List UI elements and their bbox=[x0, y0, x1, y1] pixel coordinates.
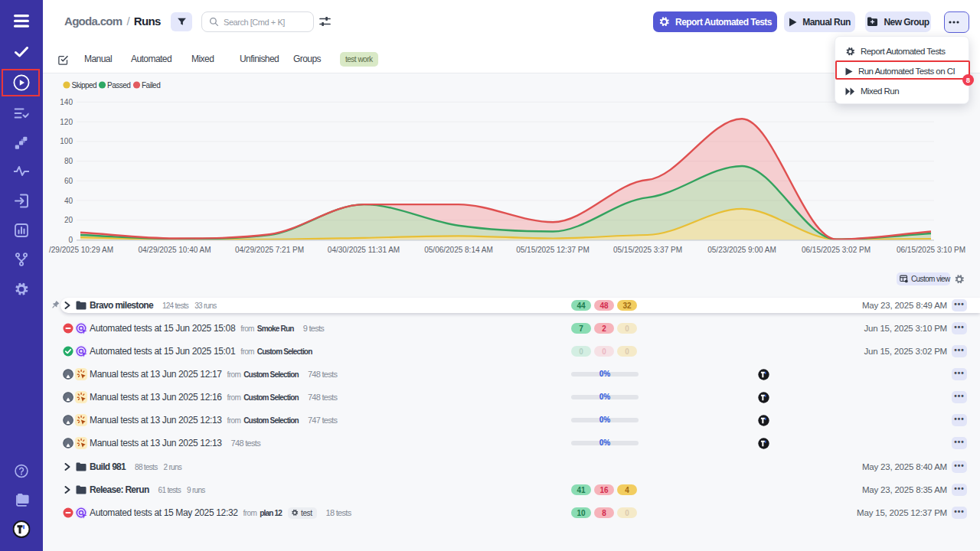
svg-text:04/29/2025 10:40 AM: 04/29/2025 10:40 AM bbox=[138, 246, 211, 254]
svg-text:0: 0 bbox=[68, 236, 73, 244]
svg-text:05/15/2025 3:37 PM: 05/15/2025 3:37 PM bbox=[613, 246, 682, 254]
svg-text:05/15/2025 12:37 PM: 05/15/2025 12:37 PM bbox=[516, 246, 590, 254]
svg-text:04/29/2025 7:21 PM: 04/29/2025 7:21 PM bbox=[235, 246, 304, 254]
svg-text:120: 120 bbox=[60, 118, 73, 126]
svg-text:60: 60 bbox=[64, 177, 74, 185]
svg-text:05/23/2025 9:00 AM: 05/23/2025 9:00 AM bbox=[707, 246, 776, 254]
svg-text:04/30/2025 11:31 AM: 04/30/2025 11:31 AM bbox=[328, 246, 400, 254]
svg-text:Failed: Failed bbox=[142, 81, 160, 90]
svg-text:06/15/2025 3:10 PM: 06/15/2025 3:10 PM bbox=[897, 246, 965, 254]
svg-text:Skipped: Skipped bbox=[72, 81, 97, 90]
svg-text:20: 20 bbox=[64, 216, 74, 224]
svg-text:40: 40 bbox=[64, 197, 74, 205]
svg-text:100: 100 bbox=[60, 137, 73, 145]
svg-text:/29/2025 10:29 AM: /29/2025 10:29 AM bbox=[49, 246, 113, 254]
svg-text:80: 80 bbox=[64, 157, 74, 165]
svg-text:06/15/2025 3:02 PM: 06/15/2025 3:02 PM bbox=[802, 246, 871, 254]
svg-text:05/06/2025 8:14 AM: 05/06/2025 8:14 AM bbox=[424, 246, 493, 254]
svg-text:Passed: Passed bbox=[107, 81, 130, 90]
svg-text:140: 140 bbox=[60, 98, 73, 106]
